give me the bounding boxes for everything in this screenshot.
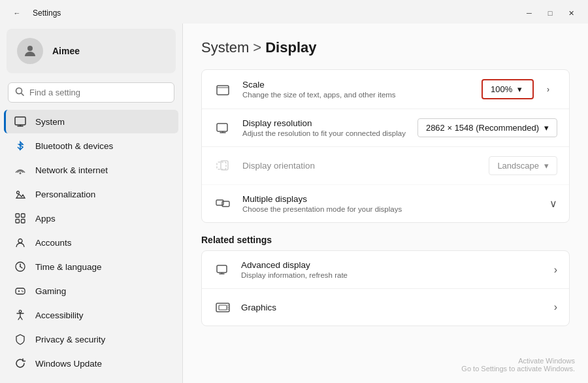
privacy-icon: [14, 333, 26, 345]
sidebar-item-personalization[interactable]: Personalization: [4, 182, 178, 206]
search-input[interactable]: [29, 88, 167, 97]
advanced-display-desc: Display information, refresh rate: [241, 271, 545, 279]
accessibility-icon: [14, 309, 26, 321]
advanced-display-label: Advanced display: [241, 260, 545, 270]
scale-label: Scale: [242, 80, 471, 90]
scale-text: Scale Change the size of text, apps, and…: [242, 80, 471, 99]
svg-rect-27: [217, 162, 226, 169]
resolution-text: Display resolution Adjust the resolution…: [242, 118, 407, 137]
orientation-value: Landscape: [497, 161, 539, 171]
sidebar-item-label: Accounts: [35, 238, 72, 248]
setting-row-scale[interactable]: Scale Change the size of text, apps, and…: [202, 70, 569, 109]
sidebar-item-label: Personalization: [35, 190, 95, 199]
svg-rect-8: [16, 214, 20, 218]
activate-watermark: Activate Windows Go to Settings to activ…: [461, 357, 575, 373]
chevron-down-icon: ▾: [544, 123, 549, 133]
nav-list: System Bluetooth & devices Network & int…: [0, 109, 182, 376]
multiple-control: ∨: [549, 197, 557, 210]
svg-rect-22: [217, 86, 229, 95]
sidebar-item-bluetooth[interactable]: Bluetooth & devices: [4, 134, 178, 158]
expand-icon: ∨: [549, 197, 557, 210]
orientation-label: Display orientation: [242, 161, 478, 171]
accounts-icon: [14, 237, 26, 248]
content-area: System > Display Scale Change the size o…: [183, 24, 588, 383]
related-rows: Advanced display Display information, re…: [202, 251, 569, 325]
svg-rect-16: [16, 288, 25, 294]
sidebar-item-label: System: [35, 117, 65, 127]
svg-rect-31: [217, 265, 227, 273]
main-layout: Aimee System Bluetooth & devices Network…: [0, 24, 588, 383]
sidebar-item-label: Privacy & security: [35, 335, 105, 344]
chevron-right-icon: ›: [554, 301, 557, 313]
setting-row-resolution[interactable]: Display resolution Adjust the resolution…: [202, 109, 569, 147]
scale-dropdown[interactable]: 100% ▾: [482, 79, 534, 99]
sidebar-item-label: Accessibility: [35, 310, 84, 320]
system-icon: [14, 116, 26, 127]
resolution-control: 2862 × 1548 (Recommended) ▾: [417, 118, 557, 137]
multiple-icon: [214, 195, 232, 213]
sidebar-item-label: Apps: [35, 214, 56, 224]
breadcrumb-chevron: >: [253, 39, 261, 56]
orientation-icon: [214, 157, 232, 175]
orientation-control: Landscape ▾: [489, 156, 557, 175]
chevron-right-icon: ›: [554, 264, 557, 276]
sidebar-item-accessibility[interactable]: Accessibility: [4, 303, 178, 327]
svg-rect-11: [22, 220, 25, 224]
related-row-advanced-display[interactable]: Advanced display Display information, re…: [202, 251, 569, 289]
gaming-icon: [14, 285, 26, 297]
sidebar-item-network[interactable]: Network & internet: [4, 158, 178, 182]
maximize-button[interactable]: □: [541, 6, 559, 20]
titlebar-left: ← Settings: [8, 6, 61, 20]
sidebar: Aimee System Bluetooth & devices Network…: [0, 24, 183, 383]
bluetooth-icon: [14, 140, 26, 152]
chevron-down-icon: ▾: [544, 161, 549, 171]
personalization-icon: [14, 188, 26, 200]
related-settings-header: Related settings: [201, 235, 570, 245]
orientation-text: Display orientation: [242, 161, 478, 171]
resolution-label: Display resolution: [242, 118, 407, 128]
search-box[interactable]: [8, 82, 174, 103]
sidebar-item-label: Network & internet: [35, 165, 108, 175]
titlebar: ← Settings ─ □ ✕: [0, 0, 588, 24]
scale-icon: [214, 80, 232, 99]
advanced-display-text: Advanced display Display information, re…: [241, 260, 545, 279]
scale-chevron-button[interactable]: ›: [539, 80, 557, 99]
svg-point-12: [18, 239, 22, 243]
sidebar-item-system[interactable]: System: [4, 110, 178, 133]
user-section[interactable]: Aimee: [7, 29, 176, 73]
sidebar-item-time[interactable]: Time & language: [4, 255, 178, 278]
sidebar-item-windows-update[interactable]: Windows Update: [4, 352, 178, 375]
avatar: [17, 38, 43, 64]
minimize-button[interactable]: ─: [520, 6, 538, 20]
sidebar-item-gaming[interactable]: Gaming: [4, 279, 178, 303]
svg-point-19: [22, 290, 23, 291]
close-button[interactable]: ✕: [562, 6, 580, 20]
svg-point-6: [20, 173, 22, 175]
orientation-dropdown: Landscape ▾: [489, 156, 557, 175]
sidebar-item-label: Gaming: [35, 286, 66, 296]
resolution-value: 2862 × 1548 (Recommended): [426, 123, 539, 133]
back-button[interactable]: ←: [8, 6, 26, 20]
sidebar-item-accounts[interactable]: Accounts: [4, 231, 178, 254]
sidebar-item-privacy[interactable]: Privacy & security: [4, 327, 178, 351]
sidebar-item-label: Bluetooth & devices: [35, 141, 113, 151]
sidebar-item-label: Time & language: [35, 262, 102, 272]
setting-row-multiple[interactable]: Multiple displays Choose the presentatio…: [202, 185, 569, 222]
time-icon: [14, 261, 26, 273]
breadcrumb-parent: System: [201, 39, 249, 56]
svg-point-20: [22, 291, 24, 293]
scale-value: 100%: [491, 84, 512, 94]
settings-rows: Scale Change the size of text, apps, and…: [202, 70, 569, 222]
multiple-text: Multiple displays Choose the presentatio…: [242, 194, 539, 213]
resolution-desc: Adjust the resolution to fit your connec…: [242, 129, 407, 137]
app-title: Settings: [33, 8, 61, 18]
svg-rect-24: [217, 124, 227, 131]
related-row-graphics[interactable]: Graphics ›: [202, 289, 569, 325]
scale-desc: Change the size of text, apps, and other…: [242, 91, 471, 99]
user-name: Aimee: [52, 46, 80, 56]
svg-line-2: [22, 93, 24, 96]
resolution-dropdown[interactable]: 2862 × 1548 (Recommended) ▾: [417, 118, 557, 137]
advanced-display-icon: [214, 261, 232, 279]
sidebar-item-apps[interactable]: Apps: [4, 207, 178, 230]
windows-update-icon: [14, 358, 26, 369]
